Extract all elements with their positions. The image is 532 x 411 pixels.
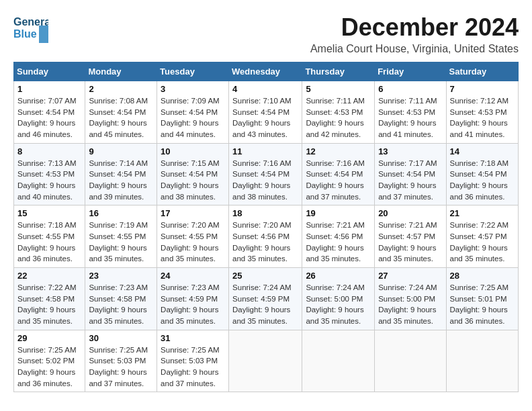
day-number: 15	[17, 208, 81, 218]
month-title: December 2024	[310, 13, 519, 42]
week-row-4: 22 Sunrise: 7:22 AM Sunset: 4:58 PM Dayl…	[14, 268, 519, 330]
calendar-cell: 4 Sunrise: 7:10 AM Sunset: 4:54 PM Dayli…	[229, 81, 302, 144]
day-info: Sunrise: 7:14 AM Sunset: 4:54 PM Dayligh…	[89, 158, 153, 203]
weekday-header-sunday: Sunday	[14, 62, 85, 81]
day-number: 28	[450, 271, 515, 281]
day-info: Sunrise: 7:20 AM Sunset: 4:55 PM Dayligh…	[161, 220, 225, 265]
calendar-cell: 16 Sunrise: 7:19 AM Sunset: 4:55 PM Dayl…	[85, 205, 157, 268]
day-info: Sunrise: 7:17 AM Sunset: 4:54 PM Dayligh…	[378, 158, 442, 203]
day-info: Sunrise: 7:13 AM Sunset: 4:53 PM Dayligh…	[17, 158, 81, 203]
weekday-header-tuesday: Tuesday	[157, 62, 229, 81]
day-info: Sunrise: 7:16 AM Sunset: 4:54 PM Dayligh…	[306, 158, 371, 203]
calendar-cell: 13 Sunrise: 7:17 AM Sunset: 4:54 PM Dayl…	[375, 143, 446, 205]
calendar-table: SundayMondayTuesdayWednesdayThursdayFrid…	[13, 62, 519, 392]
title-area: December 2024 Amelia Court House, Virgin…	[310, 13, 519, 55]
day-number: 19	[306, 208, 371, 218]
day-number: 20	[378, 208, 442, 218]
day-info: Sunrise: 7:25 AM Sunset: 5:02 PM Dayligh…	[17, 345, 81, 390]
day-number: 22	[17, 271, 81, 281]
day-number: 17	[161, 208, 225, 218]
svg-text:Blue: Blue	[13, 28, 37, 40]
calendar-cell: 9 Sunrise: 7:14 AM Sunset: 4:54 PM Dayli…	[85, 143, 157, 205]
calendar-cell: 24 Sunrise: 7:23 AM Sunset: 4:59 PM Dayl…	[157, 268, 229, 330]
weekday-header-friday: Friday	[375, 62, 446, 81]
day-info: Sunrise: 7:25 AM Sunset: 5:03 PM Dayligh…	[161, 345, 225, 390]
day-info: Sunrise: 7:18 AM Sunset: 4:55 PM Dayligh…	[17, 220, 81, 265]
calendar-cell: 11 Sunrise: 7:16 AM Sunset: 4:54 PM Dayl…	[229, 143, 302, 205]
day-number: 3	[161, 84, 225, 94]
day-number: 24	[161, 271, 225, 281]
calendar-cell: 27 Sunrise: 7:24 AM Sunset: 5:00 PM Dayl…	[375, 268, 446, 330]
calendar-cell: 28 Sunrise: 7:25 AM Sunset: 5:01 PM Dayl…	[446, 268, 518, 330]
day-info: Sunrise: 7:21 AM Sunset: 4:56 PM Dayligh…	[306, 220, 371, 265]
day-info: Sunrise: 7:24 AM Sunset: 5:00 PM Dayligh…	[306, 282, 371, 327]
day-number: 16	[89, 208, 153, 218]
day-number: 21	[450, 208, 515, 218]
calendar-cell	[302, 330, 375, 392]
svg-marker-1	[39, 26, 48, 43]
calendar-cell	[446, 330, 518, 392]
day-info: Sunrise: 7:11 AM Sunset: 4:53 PM Dayligh…	[378, 95, 442, 140]
day-number: 10	[161, 146, 225, 156]
day-info: Sunrise: 7:24 AM Sunset: 4:59 PM Dayligh…	[232, 282, 298, 327]
day-info: Sunrise: 7:22 AM Sunset: 4:57 PM Dayligh…	[450, 220, 515, 265]
week-row-3: 15 Sunrise: 7:18 AM Sunset: 4:55 PM Dayl…	[14, 205, 519, 268]
day-info: Sunrise: 7:23 AM Sunset: 4:58 PM Dayligh…	[89, 282, 153, 327]
day-number: 29	[17, 333, 81, 343]
day-number: 1	[17, 84, 81, 94]
day-info: Sunrise: 7:22 AM Sunset: 4:58 PM Dayligh…	[17, 282, 81, 327]
day-number: 11	[232, 146, 298, 156]
day-number: 27	[378, 271, 442, 281]
day-number: 13	[378, 146, 442, 156]
day-number: 26	[306, 271, 371, 281]
calendar-cell: 26 Sunrise: 7:24 AM Sunset: 5:00 PM Dayl…	[302, 268, 375, 330]
location-title: Amelia Court House, Virginia, United Sta…	[310, 43, 519, 55]
calendar-cell: 21 Sunrise: 7:22 AM Sunset: 4:57 PM Dayl…	[446, 205, 518, 268]
calendar-cell: 30 Sunrise: 7:25 AM Sunset: 5:03 PM Dayl…	[85, 330, 157, 392]
day-number: 4	[232, 84, 298, 94]
day-info: Sunrise: 7:16 AM Sunset: 4:54 PM Dayligh…	[232, 158, 298, 203]
day-info: Sunrise: 7:25 AM Sunset: 5:01 PM Dayligh…	[450, 282, 515, 327]
calendar-cell: 8 Sunrise: 7:13 AM Sunset: 4:53 PM Dayli…	[14, 143, 85, 205]
day-info: Sunrise: 7:07 AM Sunset: 4:54 PM Dayligh…	[17, 95, 81, 140]
calendar-cell: 2 Sunrise: 7:08 AM Sunset: 4:54 PM Dayli…	[85, 81, 157, 144]
day-number: 7	[450, 84, 515, 94]
day-number: 14	[450, 146, 515, 156]
calendar-cell: 18 Sunrise: 7:20 AM Sunset: 4:56 PM Dayl…	[229, 205, 302, 268]
day-info: Sunrise: 7:18 AM Sunset: 4:54 PM Dayligh…	[450, 158, 515, 203]
week-row-2: 8 Sunrise: 7:13 AM Sunset: 4:53 PM Dayli…	[14, 143, 519, 205]
calendar-cell: 3 Sunrise: 7:09 AM Sunset: 4:54 PM Dayli…	[157, 81, 229, 144]
calendar-cell: 14 Sunrise: 7:18 AM Sunset: 4:54 PM Dayl…	[446, 143, 518, 205]
day-number: 9	[89, 146, 153, 156]
weekday-header-wednesday: Wednesday	[229, 62, 302, 81]
day-number: 23	[89, 271, 153, 281]
day-info: Sunrise: 7:20 AM Sunset: 4:56 PM Dayligh…	[232, 220, 298, 265]
day-number: 2	[89, 84, 153, 94]
calendar-cell: 19 Sunrise: 7:21 AM Sunset: 4:56 PM Dayl…	[302, 205, 375, 268]
day-number: 6	[378, 84, 442, 94]
calendar-cell: 1 Sunrise: 7:07 AM Sunset: 4:54 PM Dayli…	[14, 81, 85, 144]
day-info: Sunrise: 7:25 AM Sunset: 5:03 PM Dayligh…	[89, 345, 153, 390]
day-info: Sunrise: 7:11 AM Sunset: 4:53 PM Dayligh…	[306, 95, 371, 140]
day-info: Sunrise: 7:08 AM Sunset: 4:54 PM Dayligh…	[89, 95, 153, 140]
day-number: 25	[232, 271, 298, 281]
calendar-cell: 7 Sunrise: 7:12 AM Sunset: 4:53 PM Dayli…	[446, 81, 518, 144]
day-info: Sunrise: 7:23 AM Sunset: 4:59 PM Dayligh…	[161, 282, 225, 327]
day-info: Sunrise: 7:24 AM Sunset: 5:00 PM Dayligh…	[378, 282, 442, 327]
weekday-header-thursday: Thursday	[302, 62, 375, 81]
day-info: Sunrise: 7:15 AM Sunset: 4:54 PM Dayligh…	[161, 158, 225, 203]
weekday-header-saturday: Saturday	[446, 62, 518, 81]
day-info: Sunrise: 7:21 AM Sunset: 4:57 PM Dayligh…	[378, 220, 442, 265]
day-number: 12	[306, 146, 371, 156]
week-row-5: 29 Sunrise: 7:25 AM Sunset: 5:02 PM Dayl…	[14, 330, 519, 392]
calendar-cell: 15 Sunrise: 7:18 AM Sunset: 4:55 PM Dayl…	[14, 205, 85, 268]
weekday-header-monday: Monday	[85, 62, 157, 81]
day-info: Sunrise: 7:10 AM Sunset: 4:54 PM Dayligh…	[232, 95, 298, 140]
day-info: Sunrise: 7:12 AM Sunset: 4:53 PM Dayligh…	[450, 95, 515, 140]
calendar-cell: 31 Sunrise: 7:25 AM Sunset: 5:03 PM Dayl…	[157, 330, 229, 392]
logo: General Blue	[13, 13, 48, 43]
calendar-cell: 25 Sunrise: 7:24 AM Sunset: 4:59 PM Dayl…	[229, 268, 302, 330]
day-number: 31	[161, 333, 225, 343]
calendar-cell: 20 Sunrise: 7:21 AM Sunset: 4:57 PM Dayl…	[375, 205, 446, 268]
weekday-header-row: SundayMondayTuesdayWednesdayThursdayFrid…	[14, 62, 519, 81]
